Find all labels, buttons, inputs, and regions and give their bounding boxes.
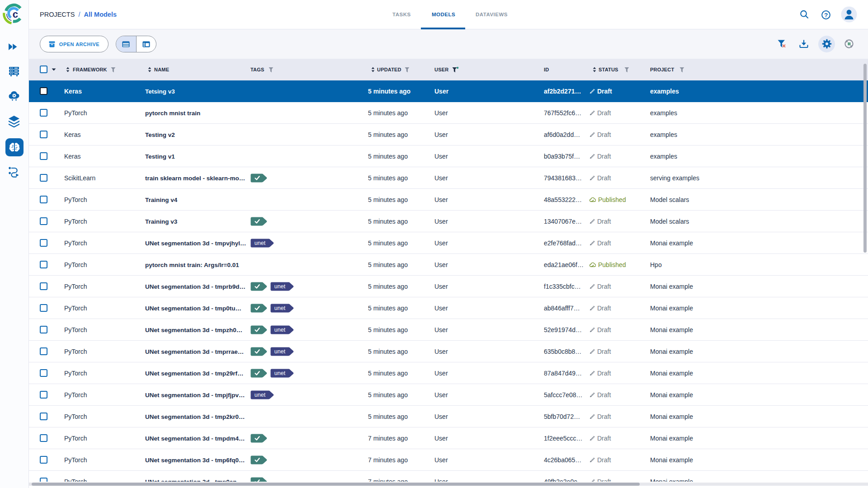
svg-text:unet: unet	[274, 305, 286, 311]
svg-text:unet: unet	[274, 327, 286, 333]
svg-text:unet: unet	[274, 370, 286, 376]
svg-text:unet: unet	[274, 283, 286, 290]
svg-text:c: c	[13, 9, 18, 20]
svg-text:?: ?	[824, 12, 828, 19]
svg-text:unet: unet	[255, 392, 266, 398]
svg-text:unet: unet	[255, 240, 266, 246]
svg-text:unet: unet	[274, 348, 286, 355]
